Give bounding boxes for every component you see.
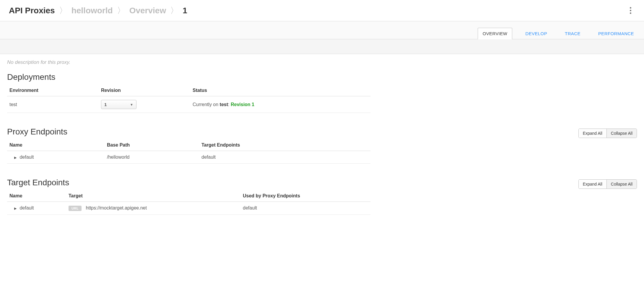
expand-all-button[interactable]: Expand All bbox=[579, 180, 606, 189]
revision-dropdown[interactable]: 1 ▼ bbox=[101, 100, 136, 109]
target-endpoints-table: Name Target Used by Proxy Endpoints ▶ de… bbox=[7, 190, 370, 215]
status-revision: Revision 1 bbox=[231, 102, 254, 107]
tab-performance[interactable]: PERFORMANCE bbox=[593, 28, 639, 39]
proxy-endpoints-table: Name Base Path Target Endpoints ▶ defaul… bbox=[7, 139, 370, 164]
tab-develop[interactable]: DEVELOP bbox=[521, 28, 552, 39]
col-target: Target bbox=[66, 190, 240, 202]
table-row: test 1 ▼ Currently on test: Revision 1 bbox=[7, 96, 370, 113]
tab-overview[interactable]: OVERVIEW bbox=[478, 28, 513, 39]
content-area: No description for this proxy. Deploymen… bbox=[0, 54, 644, 227]
caret-down-icon: ▼ bbox=[130, 103, 133, 106]
cell-status: Currently on test: Revision 1 bbox=[190, 96, 370, 113]
breadcrumb-section[interactable]: Overview bbox=[129, 6, 166, 15]
chevron-right-icon: 〉 bbox=[170, 5, 178, 16]
table-row[interactable]: ▶ default URL https://mocktarget.apigee.… bbox=[7, 202, 370, 215]
tab-strip: OVERVIEW DEVELOP TRACE PERFORMANCE bbox=[0, 21, 644, 39]
cell-target-endpoints: default bbox=[199, 151, 370, 164]
revision-dropdown-value: 1 bbox=[104, 102, 107, 107]
more-menu-button[interactable] bbox=[626, 6, 635, 15]
col-name: Name bbox=[7, 190, 66, 202]
col-environment: Environment bbox=[7, 85, 99, 96]
col-status: Status bbox=[190, 85, 370, 96]
expand-all-button[interactable]: Expand All bbox=[579, 129, 606, 138]
cell-used-by: default bbox=[240, 202, 370, 215]
breadcrumb-revision: 1 bbox=[183, 6, 187, 15]
cell-target-url: https://mocktarget.apigee.net bbox=[86, 205, 147, 210]
breadcrumb-proxy[interactable]: helloworld bbox=[71, 6, 113, 15]
url-badge: URL bbox=[69, 206, 82, 211]
deployments-table: Environment Revision Status test 1 ▼ Cur… bbox=[7, 85, 370, 113]
collapse-all-button[interactable]: Collapse All bbox=[606, 180, 637, 189]
disclosure-triangle-icon[interactable]: ▶ bbox=[14, 156, 17, 160]
section-title-target-endpoints: Target Endpoints bbox=[7, 178, 69, 187]
cell-name: default bbox=[19, 205, 34, 210]
section-title-proxy-endpoints: Proxy Endpoints bbox=[7, 127, 67, 137]
col-name: Name bbox=[7, 139, 105, 151]
breadcrumb: API Proxies 〉 helloworld 〉 Overview 〉 1 bbox=[9, 5, 187, 16]
chevron-right-icon: 〉 bbox=[59, 5, 67, 16]
tab-trace[interactable]: TRACE bbox=[560, 28, 585, 39]
col-revision: Revision bbox=[99, 85, 190, 96]
status-sep: : bbox=[228, 102, 231, 107]
header-bar: API Proxies 〉 helloworld 〉 Overview 〉 1 bbox=[0, 0, 644, 21]
chevron-right-icon: 〉 bbox=[117, 5, 125, 16]
status-env: test bbox=[220, 102, 228, 107]
status-prefix: Currently on bbox=[193, 102, 220, 107]
section-title-deployments: Deployments bbox=[7, 72, 637, 82]
table-row[interactable]: ▶ default /helloworld default bbox=[7, 151, 370, 164]
cell-name: default bbox=[19, 155, 34, 160]
target-endpoints-expand-group: Expand All Collapse All bbox=[578, 179, 637, 189]
disclosure-triangle-icon[interactable]: ▶ bbox=[14, 207, 17, 210]
proxy-description-placeholder: No description for this proxy. bbox=[7, 59, 637, 65]
breadcrumb-root[interactable]: API Proxies bbox=[9, 6, 55, 15]
col-base-path: Base Path bbox=[105, 139, 199, 151]
collapse-all-button[interactable]: Collapse All bbox=[606, 129, 637, 138]
col-used-by: Used by Proxy Endpoints bbox=[240, 190, 370, 202]
cell-environment: test bbox=[7, 96, 99, 113]
cell-base-path: /helloworld bbox=[105, 151, 199, 164]
proxy-endpoints-expand-group: Expand All Collapse All bbox=[578, 129, 637, 138]
col-target-endpoints: Target Endpoints bbox=[199, 139, 370, 151]
sub-header-band bbox=[0, 39, 644, 54]
